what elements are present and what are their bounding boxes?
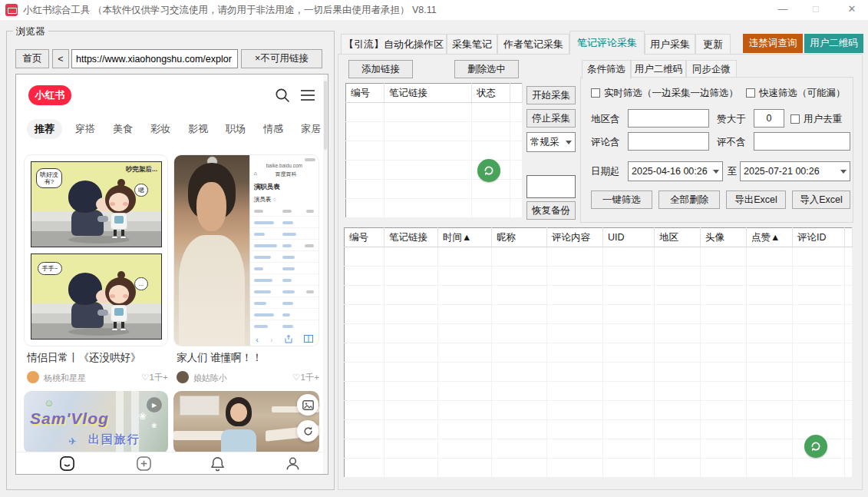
- avatar[interactable]: [27, 371, 39, 383]
- import-excel-button[interactable]: 导入Excel: [792, 191, 850, 209]
- tab-fashion[interactable]: 穿搭: [75, 119, 95, 139]
- table-row[interactable]: [345, 420, 853, 439]
- tab-makeup[interactable]: 彩妆: [150, 119, 170, 139]
- result-col-nickname[interactable]: 昵称: [492, 228, 547, 247]
- table-row[interactable]: [345, 343, 853, 363]
- table-row[interactable]: [346, 122, 523, 141]
- invalid-link-button[interactable]: ×不可用链接: [241, 49, 322, 68]
- delete-all-button[interactable]: 全部删除: [658, 191, 720, 209]
- post-card-vlog[interactable]: ☺ Sam'Vlog ✈ 出国旅行 ❀ ❀ ▶: [24, 391, 168, 454]
- table-row[interactable]: [345, 382, 853, 401]
- result-col-extra[interactable]: [845, 228, 853, 247]
- comment-excludes-input[interactable]: [754, 132, 850, 151]
- result-col-commentid[interactable]: 评论ID: [793, 228, 845, 247]
- tab-emotion[interactable]: 情感: [263, 119, 283, 139]
- result-table[interactable]: 编号 笔记链接 时间▲ 昵称 评论内容 UID 地区 头像 点赞▲ 评论ID: [344, 227, 853, 478]
- notifications-icon[interactable]: [210, 456, 226, 472]
- create-post-icon[interactable]: [136, 456, 152, 472]
- post-title[interactable]: 情侣日常丨《还没哄好》: [27, 351, 167, 365]
- tab-movies[interactable]: 影视: [188, 119, 208, 139]
- tab-home[interactable]: 家居: [301, 119, 321, 139]
- one-click-filter-button[interactable]: 一键筛选: [591, 191, 652, 209]
- subtab-qrcode[interactable]: 用户二维码: [631, 60, 686, 78]
- user-qrcode-button[interactable]: 用户二维码: [804, 34, 863, 53]
- refresh-links-button[interactable]: [477, 159, 500, 182]
- refresh-results-button[interactable]: [804, 435, 827, 458]
- table-row[interactable]: [346, 141, 523, 161]
- home-nav-icon[interactable]: [59, 456, 75, 472]
- tab-career[interactable]: 职场: [226, 119, 246, 139]
- tab-food[interactable]: 美食: [113, 119, 133, 139]
- scrollbar-thumb[interactable]: [324, 81, 327, 150]
- search-icon[interactable]: [274, 87, 291, 104]
- delete-selected-button[interactable]: 删除选中: [454, 60, 519, 78]
- date-to-select[interactable]: 2025-07-21 00:26: [740, 161, 850, 181]
- url-input[interactable]: [71, 49, 238, 68]
- result-col-likes[interactable]: 点赞▲: [747, 228, 793, 247]
- screenshot-tool-button[interactable]: [297, 394, 318, 416]
- tab-user-collect[interactable]: 用户采集: [645, 34, 695, 55]
- realtime-filter-checkbox[interactable]: 实时筛选（一边采集一边筛选）: [591, 87, 738, 100]
- tab-update[interactable]: 更新: [695, 34, 731, 55]
- subtab-wecom[interactable]: 同步企微: [686, 60, 737, 78]
- tab-recommend[interactable]: 推荐: [27, 119, 62, 139]
- link-col-id[interactable]: 编号: [346, 84, 384, 103]
- banned-words-button[interactable]: 违禁词查询: [743, 34, 803, 53]
- likes-threshold-input[interactable]: 0: [754, 109, 784, 128]
- result-col-time[interactable]: 时间▲: [438, 228, 492, 247]
- table-row[interactable]: [345, 305, 853, 324]
- result-col-region[interactable]: 地区: [655, 228, 701, 247]
- link-col-extra[interactable]: [510, 84, 523, 103]
- minimize-button[interactable]: —: [770, 0, 796, 20]
- table-row[interactable]: [345, 247, 853, 267]
- post-card-comic[interactable]: 吵完架后... 哄好没有? 嗯: [24, 154, 168, 346]
- tab-collect-notes[interactable]: 采集笔记: [447, 34, 497, 55]
- comment-contains-input[interactable]: [628, 132, 709, 151]
- start-collect-button[interactable]: 开始采集: [526, 86, 576, 104]
- subtab-filter[interactable]: 条件筛选: [582, 60, 631, 79]
- menu-icon[interactable]: [300, 89, 315, 101]
- table-row[interactable]: [346, 180, 523, 199]
- dedupe-checkbox[interactable]: 用户去重: [790, 113, 842, 126]
- post-card-drama[interactable]: baike.baidu.com ⌂ 百度百科 演职员表 演员表 ○: [173, 154, 319, 346]
- collect-mode-select[interactable]: 常规采: [526, 132, 576, 152]
- table-row[interactable]: [345, 324, 853, 343]
- table-row[interactable]: [346, 199, 523, 218]
- tab-note-comments[interactable]: 笔记评论采集: [569, 31, 645, 55]
- export-excel-button[interactable]: 导出Excel: [726, 191, 786, 209]
- page-scrollbar[interactable]: [323, 75, 328, 474]
- author-name[interactable]: 娘姑陈小: [193, 373, 227, 384]
- tab-author-notes[interactable]: 作者笔记采集: [497, 34, 569, 55]
- stop-collect-button[interactable]: 停止采集: [526, 109, 576, 128]
- table-row[interactable]: [346, 103, 523, 122]
- add-link-button[interactable]: 添加链接: [348, 60, 413, 78]
- link-table[interactable]: 编号 笔记链接 状态: [345, 83, 523, 218]
- result-col-url[interactable]: 笔记链接: [384, 228, 438, 247]
- link-col-status[interactable]: 状态: [472, 84, 510, 103]
- result-col-avatar[interactable]: 头像: [701, 228, 747, 247]
- restore-backup-button[interactable]: 恢复备份: [526, 201, 576, 220]
- result-col-uid[interactable]: UID: [603, 228, 655, 247]
- quick-filter-checkbox[interactable]: 快速筛选（可能漏）: [746, 87, 846, 100]
- avatar[interactable]: [177, 371, 189, 383]
- result-col-comment[interactable]: 评论内容: [547, 228, 603, 247]
- table-row[interactable]: [345, 363, 853, 382]
- table-row[interactable]: [345, 286, 853, 305]
- date-from-select[interactable]: 2025-04-16 00:26: [628, 161, 723, 181]
- tab-automation[interactable]: 【引流】自动化操作区: [341, 34, 447, 55]
- xiaohongshu-logo[interactable]: 小红书: [28, 85, 71, 105]
- link-col-url[interactable]: 笔记链接: [384, 84, 472, 103]
- table-row[interactable]: [345, 267, 853, 286]
- table-row[interactable]: [345, 459, 853, 478]
- likes[interactable]: ♡1千+: [292, 372, 319, 383]
- profile-icon[interactable]: [285, 456, 301, 472]
- author-name[interactable]: 杨桃和星星: [44, 373, 86, 384]
- result-col-id[interactable]: 编号: [345, 228, 384, 247]
- table-row[interactable]: [345, 439, 853, 459]
- back-button[interactable]: <: [52, 49, 69, 68]
- close-button[interactable]: ✕: [839, 0, 865, 20]
- likes[interactable]: ♡1千+: [141, 372, 168, 383]
- table-row[interactable]: [345, 401, 853, 420]
- post-title[interactable]: 家人们 谁懂啊！！: [177, 351, 316, 365]
- refresh-page-button[interactable]: [297, 420, 318, 442]
